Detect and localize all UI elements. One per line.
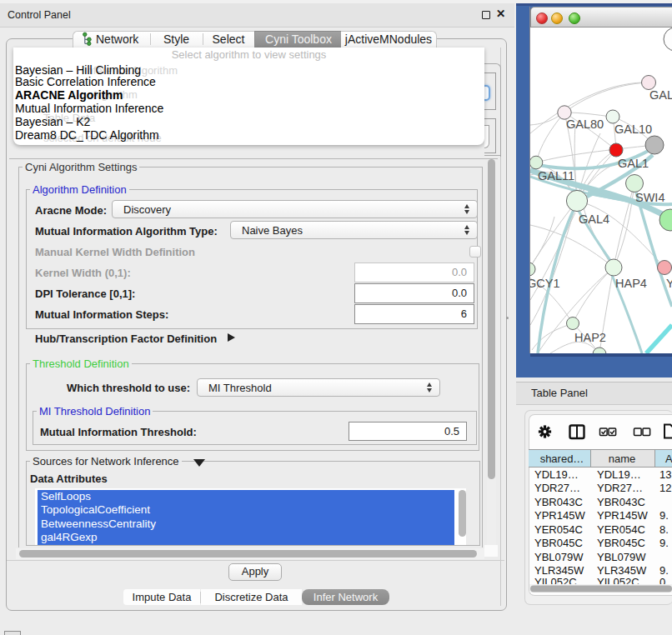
svg-text:GAL7: GAL7 (649, 88, 672, 102)
svg-text:YBL079W: YBL079W (534, 551, 584, 563)
svg-text:YER054C: YER054C (597, 523, 645, 536)
svg-text:GAL4: GAL4 (579, 212, 609, 226)
svg-text:YPR145W: YPR145W (534, 509, 585, 522)
svg-text:GAL80: GAL80 (566, 118, 604, 131)
svg-text:HAP4: HAP4 (615, 277, 647, 290)
svg-text:YLR345W: YLR345W (597, 564, 647, 577)
svg-text:9.: 9. (659, 537, 669, 549)
svg-text:YBR043C: YBR043C (597, 496, 645, 508)
svg-text:9.: 9. (659, 509, 669, 522)
svg-text:name: name (609, 452, 636, 465)
svg-text:8.: 8. (659, 523, 669, 536)
svg-text:SWI4: SWI4 (635, 191, 664, 204)
svg-text:YBR045C: YBR045C (597, 537, 645, 549)
svg-text:13: 13 (659, 468, 671, 481)
svg-text:YDL19…: YDL19… (534, 468, 579, 481)
svg-text:YBR043C: YBR043C (534, 496, 583, 508)
svg-text:GAL10: GAL10 (614, 122, 652, 136)
svg-text:shared…: shared… (540, 452, 584, 465)
svg-text:GCY1: GCY1 (530, 277, 560, 290)
svg-text:9.: 9. (659, 564, 669, 577)
svg-text:YLR345W: YLR345W (534, 564, 584, 577)
svg-text:YPR145W: YPR145W (597, 509, 648, 522)
svg-text:HAP2: HAP2 (574, 331, 606, 344)
svg-text:YER054C: YER054C (534, 523, 583, 536)
svg-text:12: 12 (659, 482, 671, 494)
svg-text:Y: Y (666, 277, 672, 290)
svg-text:YDR27…: YDR27… (534, 482, 580, 494)
svg-text:YDL19…: YDL19… (597, 468, 641, 481)
svg-text:A: A (665, 452, 672, 465)
svg-text:YBR045C: YBR045C (534, 537, 583, 549)
svg-text:YBL079W: YBL079W (597, 551, 646, 563)
svg-text:GAL1: GAL1 (618, 157, 649, 170)
svg-text:GAL11: GAL11 (538, 169, 574, 182)
svg-text:YDR27…: YDR27… (597, 482, 643, 494)
